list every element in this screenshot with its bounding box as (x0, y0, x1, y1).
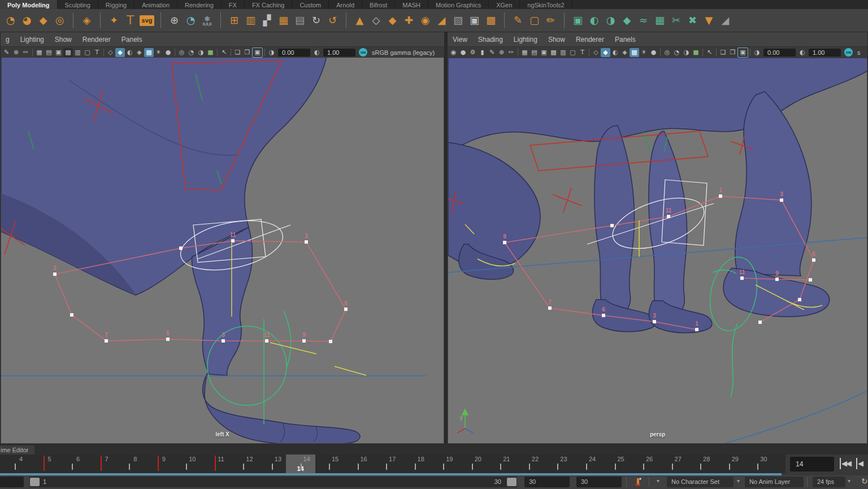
separate-icon[interactable]: ▥ (242, 10, 259, 31)
safe-title-icon[interactable]: T (92, 48, 102, 57)
render-region-icon[interactable]: ▣ (737, 47, 748, 58)
field-chart-icon[interactable]: ▥ (558, 48, 568, 57)
trail-key-point[interactable] (695, 328, 698, 331)
anim-layer-dropdown[interactable]: No Anim Layer (745, 477, 804, 487)
trail-key-point[interactable] (740, 276, 744, 280)
animation-end-field[interactable]: 30 (576, 477, 622, 487)
gamma-icon[interactable]: ◐ (797, 48, 807, 57)
gate-mask-icon[interactable]: ▩ (549, 48, 558, 57)
render-region-icon[interactable]: ▣ (252, 47, 263, 58)
animation-start-field[interactable] (0, 477, 24, 487)
isolate-select-icon[interactable]: ❏ (718, 48, 728, 57)
shelf-tab-sculpting[interactable]: Sculpting (58, 0, 98, 9)
zero-transforms-icon[interactable]: ❄0,0,0 (199, 10, 215, 31)
trail-key-point[interactable] (305, 240, 308, 244)
smooth-shade-icon[interactable]: ◆ (115, 48, 125, 57)
trail-key-point[interactable] (602, 314, 605, 317)
panel-menu-renderer[interactable]: Renderer (83, 36, 111, 44)
trail-key-point[interactable] (775, 278, 779, 281)
duplicate-special-icon[interactable]: ↺ (324, 10, 341, 31)
panel-menu-lighting[interactable]: Lighting (20, 36, 44, 44)
svg-tool-icon[interactable]: svg (140, 15, 154, 26)
boolean-icon[interactable]: ◆ (384, 10, 401, 31)
panel-menu-show[interactable]: Show (548, 36, 565, 44)
trail-key-point[interactable] (222, 339, 225, 343)
step-back-button[interactable]: ◀ (856, 458, 862, 469)
gate-mask-icon[interactable]: ▩ (63, 48, 73, 57)
grid-icon[interactable]: ▦ (520, 48, 530, 57)
lights-icon[interactable]: ☀ (154, 48, 163, 57)
paint-brush-icon[interactable]: ✎ (487, 48, 497, 57)
colorspace-dropdown[interactable]: sRGB gamma (legacy) (369, 49, 435, 56)
wireframe-icon[interactable]: ◇ (591, 48, 601, 57)
trail-key-point[interactable] (105, 339, 108, 343)
shelf-tab-animation[interactable]: Animation (134, 0, 177, 9)
viewport-left-scene[interactable]: 21135911357 (1, 58, 444, 443)
wireframe-on-shaded-icon[interactable]: ◐ (125, 48, 134, 57)
gamma-icon[interactable]: ◐ (312, 48, 322, 57)
trail-key-point[interactable] (610, 224, 614, 227)
shelf-tab-fx[interactable]: FX (222, 0, 245, 9)
select-camera-icon[interactable]: ◉ (449, 48, 458, 57)
anim-layer-chevron-icon[interactable]: ▾ (737, 478, 740, 484)
ambient-occlusion-icon[interactable]: ◎ (177, 48, 186, 57)
grab-uv-icon[interactable]: ▼ (701, 10, 717, 31)
grid-icon[interactable]: ▦ (34, 48, 44, 57)
shelf-tab-poly-modeling[interactable]: Poly Modeling (0, 0, 58, 9)
shelf-tab-fx-caching[interactable]: FX Caching (245, 0, 292, 9)
exposure-field[interactable]: 0.00 (763, 49, 796, 57)
unfold-uv-icon[interactable]: ≈ (635, 10, 652, 31)
viewport-right-canvas[interactable]: 9111357631119y persp (448, 58, 867, 443)
shelf-tab-motion-graphics[interactable]: Motion Graphics (428, 0, 489, 9)
planar-projection-icon[interactable]: ▣ (570, 10, 586, 31)
extrude-icon[interactable]: ▲ (351, 10, 368, 31)
shelf-tab-bifrost[interactable]: Bifrost (362, 0, 395, 9)
trail-key-point[interactable] (344, 308, 348, 311)
trail-key-point[interactable] (53, 272, 57, 276)
panel-menu-show[interactable]: Show (55, 36, 72, 44)
sweep-mesh-icon[interactable]: ✦ (106, 10, 122, 31)
playback-loop-icon[interactable]: ↻ (861, 477, 868, 486)
attach-curve-icon[interactable]: ▢ (526, 10, 542, 31)
lights-icon[interactable]: ☀ (639, 48, 649, 57)
panel-menu-panels[interactable]: Panels (121, 36, 142, 44)
shelf-tab-xgen[interactable]: XGen (489, 0, 520, 9)
trail-key-point[interactable] (719, 194, 722, 198)
viewport-renderer-icon[interactable]: ■ (691, 48, 701, 57)
creature-mesh[interactable] (594, 126, 635, 314)
poly-torus-icon[interactable]: ◎ (51, 10, 68, 31)
platonic-solid-icon[interactable]: ◈ (79, 10, 95, 31)
lock-camera-icon[interactable]: ● (458, 48, 468, 57)
reduce-icon[interactable]: ▤ (292, 10, 308, 31)
character-set-dropdown[interactable]: No Character Set (667, 477, 734, 487)
shelf-tab-rendering[interactable]: Rendering (177, 0, 222, 9)
character-set-chevron-icon[interactable]: ▾ (657, 478, 659, 484)
playback-end-field[interactable]: 30 (524, 477, 570, 487)
image-plane-icon[interactable]: ▢ (83, 48, 92, 57)
trail-key-point[interactable] (780, 198, 783, 202)
film-gate-icon[interactable]: ▤ (44, 48, 54, 57)
motion-blur-icon[interactable]: ◔ (186, 48, 196, 57)
resolution-gate-icon[interactable]: ▣ (54, 48, 63, 57)
fps-chevron-icon[interactable]: ▾ (848, 478, 850, 484)
ambient-occlusion-icon[interactable]: ◎ (662, 48, 672, 57)
safe-title-icon[interactable]: T (578, 48, 587, 57)
trail-key-point[interactable] (798, 298, 801, 301)
cut-uv-icon[interactable]: ✂ (668, 10, 684, 31)
flip-icon[interactable]: ↻ (308, 10, 324, 31)
duplicate-view-icon[interactable]: ❐ (242, 48, 252, 57)
combine-icon[interactable]: ⊞ (226, 10, 242, 31)
poly-sphere-icon[interactable]: ◕ (19, 10, 35, 31)
grease-pencil-icon[interactable]: ✏ (21, 48, 31, 57)
automatic-projection-icon[interactable]: ◆ (619, 10, 635, 31)
trail-key-point[interactable] (667, 215, 670, 218)
anti-aliasing-icon[interactable]: ◑ (682, 48, 691, 57)
viewport-right[interactable]: ViewShadingLightingShowRendererPanels ◉●… (447, 32, 868, 444)
go-to-start-button[interactable]: ◀◀ (840, 458, 850, 469)
smooth-shade-icon[interactable]: ◆ (601, 48, 610, 57)
shelf-tab-mash[interactable]: MASH (395, 0, 428, 9)
uv-snapshot-icon[interactable]: ◢ (717, 10, 734, 31)
panel-menu-g[interactable]: g (6, 36, 10, 44)
current-frame-field[interactable]: 14 (790, 457, 834, 471)
panel-menu-renderer[interactable]: Renderer (576, 36, 604, 44)
